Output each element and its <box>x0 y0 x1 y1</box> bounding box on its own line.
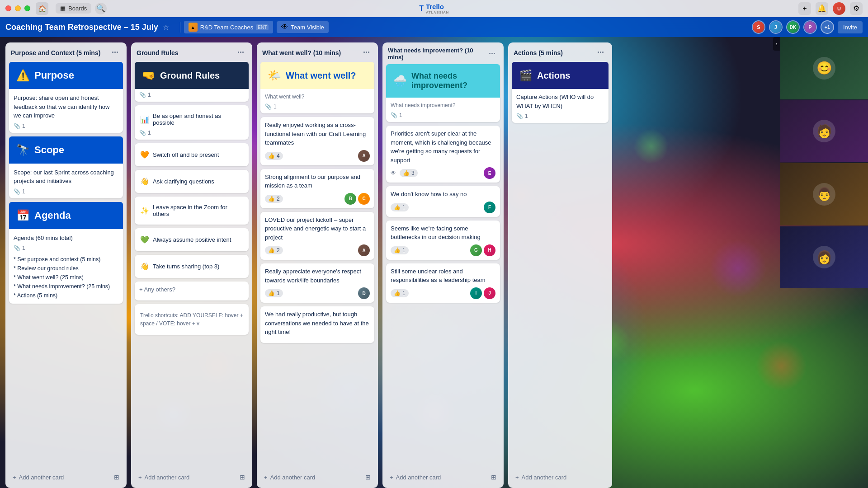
add-card-btn-purpose[interactable]: + Add another card <box>9 471 110 483</box>
improvement-att-icon: 📎 <box>391 112 397 118</box>
workspace-badge[interactable]: ▲ R&D Team Coaches ENT <box>184 21 274 33</box>
star-button[interactable]: ☆ <box>163 23 169 32</box>
card-purpose[interactable]: ⚠️ Purpose Purpose: share open and hones… <box>9 62 123 133</box>
card-wwwell-5[interactable]: We had really productive, but tough conv… <box>260 306 374 343</box>
card-scope[interactable]: 🔭 Scope Scope: our last Sprint across co… <box>9 136 123 198</box>
list-menu-purpose[interactable]: ··· <box>109 47 121 58</box>
card-banner-agenda: 📅 Agenda <box>9 202 123 229</box>
card-actions-header[interactable]: 🎬 Actions Capture Actions (WHO will do W… <box>512 62 609 123</box>
rule-ask-emoji: 👋 <box>140 177 149 186</box>
card-rule-turns[interactable]: 👋 Take turns sharing (top 3) <box>135 255 249 278</box>
improvement-4-votes[interactable]: 👍 1 <box>391 289 409 297</box>
search-button[interactable]: 🔍 <box>95 3 107 14</box>
plus-count-badge[interactable]: +1 <box>821 20 834 34</box>
boards-button[interactable]: ▦ Boards <box>56 3 91 14</box>
wwwell-2-votes[interactable]: 👍 2 <box>265 195 283 203</box>
card-wwwell-1[interactable]: Really enjoyed working as a cross-functi… <box>260 117 374 165</box>
visibility-badge[interactable]: 👁 Team Visible <box>277 21 328 33</box>
card-rule-shortcuts[interactable]: Trello shortcuts: ADD YOURSELF: hover + … <box>135 304 249 335</box>
board-title[interactable]: Coaching Team Retrospective – 15 July <box>5 23 158 32</box>
card-banner-purpose: ⚠️ Purpose <box>9 62 123 89</box>
list-actions: Actions (5 mins) ··· 🎬 Actions Capture A… <box>508 42 612 488</box>
list-menu-wwwell[interactable]: ··· <box>360 47 373 58</box>
improvement-2-avatar-1: F <box>484 202 495 213</box>
card-improvement-2[interactable]: We don't know how to say no 👍 1 F <box>386 186 500 217</box>
person-2: 🧑 <box>813 120 835 142</box>
member-avatar-4[interactable]: P <box>803 20 817 34</box>
card-rule-switch[interactable]: 🧡 Switch off and be present <box>135 143 249 166</box>
template-btn-gr[interactable]: ⊞ <box>236 471 249 483</box>
card-wwwell-header[interactable]: 🌤️ What went well? What went well? 📎 1 <box>260 62 374 113</box>
improvement-1-votes[interactable]: 👍 3 <box>400 169 418 177</box>
rule-open-attachment: 📎 1 <box>139 130 244 136</box>
wwwell-2-body: Strong alignment to our purpose and miss… <box>265 173 370 190</box>
purpose-attachment: 📎 1 <box>14 123 25 129</box>
card-improvement-1[interactable]: Priorities aren't super clear at the mom… <box>386 126 500 183</box>
card-wwwell-4[interactable]: Really appreciate everyone's respect tow… <box>260 263 374 303</box>
list-title-actions: Actions (5 mins) <box>514 49 563 56</box>
video-tile-2: 🧑 <box>780 100 868 163</box>
wwwell-3-avatar-1: A <box>358 244 370 256</box>
notification-button[interactable]: 🔔 <box>816 2 828 15</box>
card-rule-ask[interactable]: 👋 Ask clarifying questions <box>135 170 249 193</box>
template-btn-wwwell[interactable]: ⊞ <box>362 471 374 483</box>
list-menu-actions[interactable]: ··· <box>594 47 607 58</box>
improvement-3-votes[interactable]: 👍 1 <box>391 246 409 254</box>
add-card-label-actions: Add another card <box>522 474 567 481</box>
wwwell-1-votes[interactable]: 👍 4 <box>265 152 283 160</box>
wwwell-1-avatars: A <box>358 150 370 162</box>
wwwell-3-votes[interactable]: 👍 2 <box>265 246 283 254</box>
maximize-button[interactable] <box>24 5 30 11</box>
add-card-improvement: + Add another card ⊞ <box>382 467 504 488</box>
template-btn-purpose[interactable]: ⊞ <box>110 471 123 483</box>
improvement-2-body: We don't know how to say no <box>391 190 495 199</box>
close-button[interactable] <box>5 5 11 11</box>
list-menu-ground-rules[interactable]: ··· <box>235 47 247 58</box>
add-card-btn-ground-rules[interactable]: + Add another card <box>135 471 236 483</box>
agenda-emoji: 📅 <box>16 209 30 222</box>
improvement-2-votes[interactable]: 👍 1 <box>391 203 409 211</box>
card-rule-others[interactable]: + Any others? <box>135 282 249 300</box>
user-avatar[interactable]: U <box>833 2 845 15</box>
list-menu-improvement[interactable]: ··· <box>486 48 498 60</box>
card-rule-positive[interactable]: 💚 Always assume positive intent <box>135 228 249 251</box>
add-card-btn-wwwell[interactable]: + Add another card <box>260 471 362 483</box>
ground-rules-att-count: 1 <box>148 92 151 98</box>
agenda-item-3: * What went well? (25 mins) <box>14 273 118 282</box>
card-agenda[interactable]: 📅 Agenda Agenda (60 mins total) 📎 1 * Se… <box>9 202 123 304</box>
ground-rules-attachment: 📎 1 <box>139 92 151 98</box>
video-collapse-button[interactable]: › <box>773 37 780 51</box>
card-rule-leave[interactable]: ✨ Leave space in the Zoom for others <box>135 197 249 225</box>
home-button[interactable]: 🏠 <box>36 2 48 15</box>
card-improvement-3[interactable]: Seems like we're facing some bottlenecks… <box>386 221 500 260</box>
member-avatar-1[interactable]: S <box>752 20 765 34</box>
member-avatar-2[interactable]: J <box>769 20 783 34</box>
actions-header-body: Capture Actions (WHO will do WHAT by WHE… <box>516 93 604 110</box>
card-improvement-4[interactable]: Still some unclear roles and responsibil… <box>386 263 500 303</box>
purpose-title: Purpose <box>34 70 74 81</box>
add-button[interactable]: + <box>798 2 811 15</box>
actions-header-att: 📎 1 <box>516 113 604 119</box>
video-panel: 😊 🧑 👨 👩 <box>780 37 868 288</box>
scope-body: Scope: our last Sprint across coaching p… <box>14 168 118 186</box>
avatar-img-1: S <box>753 21 764 33</box>
card-rule-open[interactable]: 📊 Be as open and honest as possible 📎 1 <box>135 105 249 140</box>
video-face-2: 🧑 <box>780 100 868 163</box>
minimize-button[interactable] <box>15 5 21 11</box>
card-wwwell-3[interactable]: LOVED our project kickoff – super produc… <box>260 212 374 260</box>
thumbup-icon-3: 👍 <box>268 247 275 253</box>
template-btn-improvement[interactable]: ⊞ <box>487 471 500 483</box>
add-card-plus-purpose: + <box>13 474 16 481</box>
add-card-btn-improvement[interactable]: + Add another card <box>386 471 487 483</box>
card-improvement-header[interactable]: 🌧️ What needs improvement? What needs im… <box>386 64 500 122</box>
card-ground-rules-header[interactable]: 🤜 Ground Rules 📎 1 <box>135 62 249 102</box>
visibility-label: Team Visible <box>291 24 324 31</box>
member-avatar-dk[interactable]: DK <box>786 20 800 34</box>
add-card-btn-actions[interactable]: + Add another card <box>512 471 609 483</box>
invite-button[interactable]: Invite <box>838 21 863 33</box>
improvement-2-avatars: F <box>484 202 495 213</box>
settings-button[interactable]: ⚙ <box>850 2 863 15</box>
card-wwwell-2[interactable]: Strong alignment to our purpose and miss… <box>260 169 374 208</box>
rule-open-att-icon: 📎 <box>139 130 146 136</box>
wwwell-4-votes[interactable]: 👍 1 <box>265 289 283 297</box>
